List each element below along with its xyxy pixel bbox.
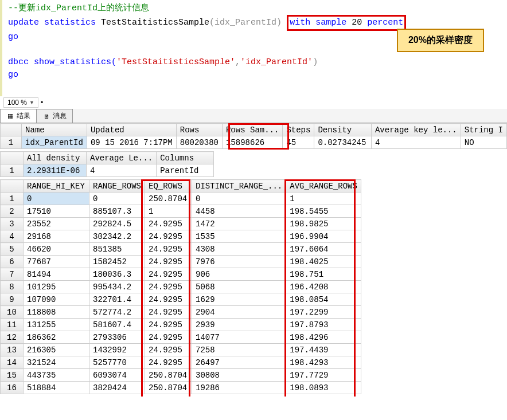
row-number: 9 <box>1 293 24 306</box>
table-row[interactable]: 154437356093074250.870430808197.7729 <box>1 369 361 382</box>
table-row[interactable]: 9107090322701.424.92951629198.0854 <box>1 293 361 306</box>
col-avg-range-rows[interactable]: AVG_RANGE_ROWS <box>286 180 361 193</box>
highlight-sample-clause: with sample 20 percent <box>287 15 406 31</box>
table-row[interactable]: 429168302342.224.92951535196.9904 <box>1 230 361 243</box>
table-row[interactable]: 165188843820424250.870419286198.0893 <box>1 382 361 394</box>
col-string-index[interactable]: String I <box>461 124 506 136</box>
table-row[interactable]: 217510885107.314458198.5455 <box>1 205 361 218</box>
zoom-separator: • <box>41 99 43 107</box>
row-number: 10 <box>1 306 24 319</box>
row-number: 8 <box>1 281 24 293</box>
table-row[interactable]: 1 idx_ParentId 09 15 2016 7:17PM 8002038… <box>1 136 507 149</box>
col-density[interactable]: Density <box>314 124 372 136</box>
results-grid-icon: ▦ <box>6 112 14 120</box>
row-number: 15 <box>1 369 24 382</box>
table-row[interactable]: 54662085138524.92954308197.6064 <box>1 243 361 256</box>
col-all-density[interactable]: All density <box>24 152 87 164</box>
tab-messages-label: 消息 <box>53 111 67 121</box>
zoom-dropdown[interactable]: 100 % ▼ <box>3 97 38 108</box>
zoom-value: 100 % <box>7 99 27 107</box>
row-number: 6 <box>1 256 24 268</box>
stats-header-table[interactable]: Name Updated Rows Rows Sam... Steps Dens… <box>0 123 507 149</box>
row-number: 2 <box>1 205 24 218</box>
table-row[interactable]: 8101295995434.224.92955068196.4208 <box>1 281 361 293</box>
tab-messages[interactable]: 🗎 消息 <box>36 109 73 123</box>
table-row[interactable]: 781494180036.324.9295906198.751 <box>1 268 361 281</box>
chevron-down-icon: ▼ <box>29 100 34 105</box>
table-row[interactable]: 100250.870401 <box>1 193 361 205</box>
col-steps[interactable]: Steps <box>283 124 314 136</box>
table-row[interactable]: 13216305143299224.92957258197.4439 <box>1 344 361 356</box>
table-row[interactable]: 677687158245224.92957976198.4025 <box>1 256 361 268</box>
row-number: 7 <box>1 268 24 281</box>
col-distinct-range[interactable]: DISTINCT_RANGE_... <box>192 180 286 193</box>
zoom-bar: 100 % ▼ • <box>0 96 507 109</box>
table-row[interactable]: 14321524525777024.929526497198.4293 <box>1 356 361 369</box>
corner-cell <box>1 180 24 193</box>
code-comment: --更新idx_ParentId上的统计信息 <box>8 3 149 13</box>
row-number: 13 <box>1 344 24 356</box>
col-updated[interactable]: Updated <box>87 124 176 136</box>
table-row[interactable]: 323552292824.524.92951472198.9825 <box>1 218 361 230</box>
table-row[interactable]: 1 2.29311E-06 4 ParentId <box>1 164 214 177</box>
col-eq-rows[interactable]: EQ_ROWS <box>145 180 192 193</box>
tab-results-label: 结果 <box>17 111 30 121</box>
results-tabs: ▦ 结果 🗎 消息 <box>0 109 507 123</box>
row-number: 3 <box>1 218 24 230</box>
row-number: 1 <box>1 136 22 149</box>
row-number: 4 <box>1 230 24 243</box>
corner-cell <box>1 124 22 136</box>
messages-icon: 🗎 <box>42 112 50 120</box>
annotation-callout: 20%的采样密度 <box>397 29 484 52</box>
col-name[interactable]: Name <box>22 124 87 136</box>
density-table[interactable]: All density Average Le... Columns 1 2.29… <box>0 151 214 177</box>
row-number: 1 <box>1 193 24 205</box>
histogram-table[interactable]: RANGE_HI_KEY RANGE_ROWS EQ_ROWS DISTINCT… <box>0 179 361 394</box>
col-avg-key-len[interactable]: Average key le... <box>371 124 461 136</box>
table-row[interactable]: 11131255581607.424.92952939197.8793 <box>1 319 361 331</box>
row-number: 1 <box>1 164 24 177</box>
tab-results[interactable]: ▦ 结果 <box>0 109 37 123</box>
col-range-hi-key[interactable]: RANGE_HI_KEY <box>24 180 89 193</box>
col-range-rows[interactable]: RANGE_ROWS <box>89 180 145 193</box>
row-number: 14 <box>1 356 24 369</box>
corner-cell <box>1 152 24 164</box>
col-columns[interactable]: Columns <box>157 152 214 164</box>
table-row[interactable]: 12186362279330624.929514077198.4296 <box>1 331 361 344</box>
row-number: 5 <box>1 243 24 256</box>
row-number: 11 <box>1 319 24 331</box>
col-avg-length[interactable]: Average Le... <box>87 152 157 164</box>
row-number: 16 <box>1 382 24 394</box>
row-number: 12 <box>1 331 24 344</box>
col-rows-sampled[interactable]: Rows Sam... <box>222 124 282 136</box>
col-rows[interactable]: Rows <box>176 124 222 136</box>
table-row[interactable]: 10118808572774.224.92952904197.2299 <box>1 306 361 319</box>
